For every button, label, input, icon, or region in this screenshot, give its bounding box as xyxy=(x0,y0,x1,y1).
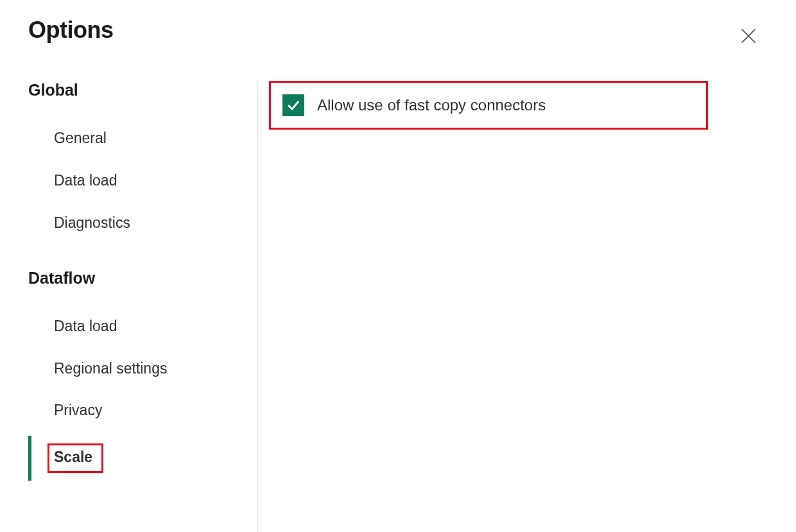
sidebar-item-general[interactable]: General xyxy=(28,117,257,160)
option-fast-copy: Allow use of fast copy connectors xyxy=(282,94,546,116)
fast-copy-label: Allow use of fast copy connectors xyxy=(317,96,546,114)
close-icon xyxy=(740,27,757,45)
vertical-divider xyxy=(257,81,257,532)
sidebar-item-label: Scale xyxy=(54,449,92,465)
close-button[interactable] xyxy=(734,22,763,53)
sidebar-item-data-load-dataflow[interactable]: Data load xyxy=(28,305,257,348)
highlight-annotation: Scale xyxy=(48,443,103,473)
sidebar-item-diagnostics[interactable]: Diagnostics xyxy=(28,202,257,245)
highlight-annotation: Allow use of fast copy connectors xyxy=(269,81,708,130)
sidebar: Global General Data load Diagnostics Dat… xyxy=(28,81,257,532)
fast-copy-checkbox[interactable] xyxy=(282,94,304,116)
main-panel: Allow use of fast copy connectors xyxy=(269,81,796,532)
checkmark-icon xyxy=(286,98,301,113)
sidebar-item-scale[interactable]: Scale xyxy=(28,432,257,485)
sidebar-section-global: Global xyxy=(28,81,257,99)
sidebar-item-privacy[interactable]: Privacy xyxy=(28,390,257,432)
page-title: Options xyxy=(28,17,113,44)
sidebar-item-data-load-global[interactable]: Data load xyxy=(28,160,257,202)
sidebar-section-dataflow: Dataflow xyxy=(28,269,257,287)
sidebar-item-regional-settings[interactable]: Regional settings xyxy=(28,348,257,390)
